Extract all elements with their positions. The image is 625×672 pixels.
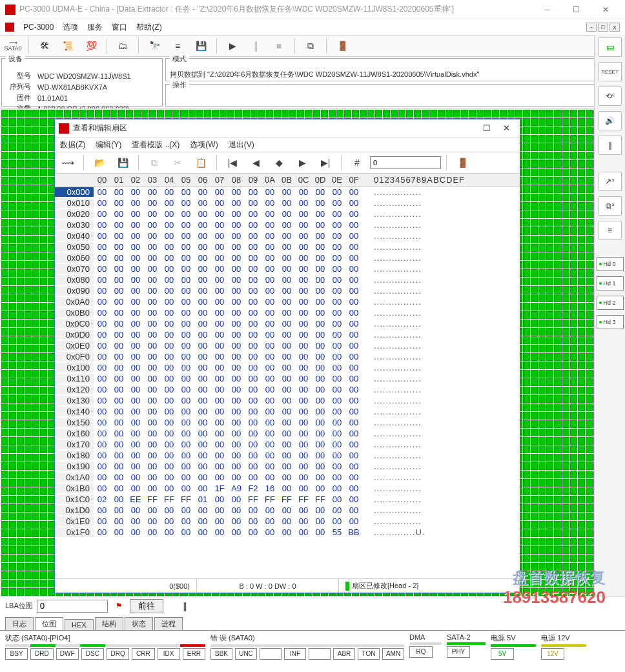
sound-icon[interactable]: 🔊 (599, 111, 622, 130)
tab-process[interactable]: 进程 (154, 617, 183, 630)
tab-status[interactable]: 状态 (125, 617, 153, 630)
hex-menu-data[interactable]: 数据(Z) (60, 139, 85, 150)
hex-row[interactable]: 0x00000000000000000000000000000000000...… (55, 187, 520, 198)
align-icon[interactable]: ≡ (599, 221, 622, 240)
stack-icon[interactable]: ⧉ˣ (599, 196, 622, 216)
hex-row[interactable]: 0x1A000000000000000000000000000000000...… (55, 472, 520, 483)
sata-button[interactable]: ⟿SATA0 (3, 37, 23, 55)
hex-row[interactable]: 0x1D000000000000000000000000000000000...… (55, 505, 520, 516)
hex-menu-viewtpl[interactable]: 查看模版 ..(X) (132, 139, 179, 150)
hex-prev-icon[interactable]: ◀ (245, 154, 266, 172)
hex-row[interactable]: 0x1C00200EEFFFFFF010000FFFFFFFFFF0000...… (55, 494, 520, 505)
play-icon[interactable]: ▶ (222, 37, 243, 55)
hex-row[interactable]: 0x19000000000000000000000000000000000...… (55, 461, 520, 472)
hex-row[interactable]: 0x0D000000000000000000000000000000000...… (55, 329, 520, 340)
hex-row[interactable]: 0x14000000000000000000000000000000000...… (55, 406, 520, 417)
maximize-button[interactable]: ☐ (562, 1, 591, 19)
hex-row[interactable]: 0x10000000000000000000000000000000000...… (55, 362, 520, 373)
hex-row[interactable]: 0x01000000000000000000000000000000000...… (55, 198, 520, 209)
lba-pause-icon[interactable]: ‖ (175, 597, 196, 615)
hex-row[interactable]: 0x03000000000000000000000000000000000...… (55, 219, 520, 230)
hex-open-icon[interactable]: 📂 (89, 154, 110, 172)
head-3[interactable]: Hd 3 (597, 315, 624, 329)
head-2[interactable]: Hd 2 (597, 296, 624, 310)
hex-menu-edit[interactable]: 编辑(Y) (96, 139, 121, 150)
hex-next-icon[interactable]: ▶ (292, 154, 312, 172)
hex-row[interactable]: 0x13000000000000000000000000000000000...… (55, 395, 520, 406)
explorer-icon[interactable]: 🗂 (112, 37, 133, 55)
filter-icon[interactable]: ≡ (167, 37, 188, 55)
hex-sata-icon[interactable]: ⟿ (57, 154, 78, 172)
hex-paste-icon[interactable]: 📋 (190, 154, 211, 172)
minimize-button[interactable]: ─ (533, 1, 562, 19)
hex-copy-icon[interactable]: ⧉ (144, 154, 165, 172)
tab-log[interactable]: 日志 (5, 617, 34, 630)
menu-help[interactable]: 帮助(Z) (136, 22, 161, 33)
disk-tool-icon[interactable]: 🖴 (599, 37, 622, 57)
hex-cut-icon[interactable]: ✂ (167, 154, 188, 172)
hex-row[interactable]: 0x11000000000000000000000000000000000...… (55, 373, 520, 384)
hex-row[interactable]: 0x0C000000000000000000000000000000000...… (55, 318, 520, 329)
go-button[interactable]: 前往 (130, 599, 163, 613)
lba-input[interactable] (37, 600, 108, 613)
hex-mark-icon[interactable]: ◆ (269, 154, 289, 172)
menu-pc3000[interactable]: PC-3000 (23, 23, 54, 32)
reg-c-icon[interactable]: ⟲ᶜ (599, 87, 622, 106)
dialog-close[interactable]: ✕ (497, 123, 516, 133)
hex-row[interactable]: 0x04000000000000000000000000000000000...… (55, 230, 520, 241)
hex-row[interactable]: 0x07000000000000000000000000000000000...… (55, 263, 520, 274)
hex-row[interactable]: 0x09000000000000000000000000000000000...… (55, 285, 520, 296)
mdi-close[interactable]: x (610, 23, 620, 32)
hex-row[interactable]: 0x0F000000000000000000000000000000000...… (55, 351, 520, 362)
hex-row[interactable]: 0x02000000000000000000000000000000000...… (55, 209, 520, 219)
hex-menu-options[interactable]: 选项(W) (190, 139, 218, 150)
hex-row[interactable]: 0x0E000000000000000000000000000000000...… (55, 340, 520, 351)
hex-content[interactable]: 000102030405060708090A0B0C0D0E0F 0123456… (55, 174, 520, 578)
menu-options[interactable]: 选项 (63, 22, 78, 33)
script-icon[interactable]: 📜 (57, 37, 78, 55)
pause-icon[interactable]: ‖ (245, 37, 266, 55)
menu-window[interactable]: 窗口 (112, 22, 127, 33)
pause2-icon[interactable]: ‖ (599, 136, 622, 155)
hex-row[interactable]: 0x0B000000000000000000000000000000000...… (55, 307, 520, 318)
hex-exit-icon[interactable]: 🚪 (452, 154, 473, 172)
percent-icon[interactable]: 💯 (81, 37, 101, 55)
hex-row[interactable]: 0x1E000000000000000000000000000000000...… (55, 516, 520, 527)
hex-row[interactable]: 0x1B0000000000000001FA9F2160000000000...… (55, 483, 520, 494)
hex-row[interactable]: 0x06000000000000000000000000000000000...… (55, 252, 520, 263)
hex-row[interactable]: 0x15000000000000000000000000000000000...… (55, 417, 520, 428)
hex-goto-input[interactable] (370, 156, 441, 169)
hex-row[interactable]: 0x05000000000000000000000000000000000...… (55, 241, 520, 252)
tab-struct[interactable]: 结构 (95, 617, 123, 630)
reset-icon[interactable]: RESET (599, 62, 622, 81)
hex-save-icon[interactable]: 💾 (112, 154, 133, 172)
hex-first-icon[interactable]: |◀ (222, 154, 243, 172)
search-icon[interactable]: 🔭 (144, 37, 165, 55)
tools-icon[interactable]: 🛠 (34, 37, 55, 55)
stop-icon[interactable]: ■ (269, 37, 289, 55)
hex-row[interactable]: 0x18000000000000000000000000000000000...… (55, 450, 520, 461)
mdi-minimize[interactable]: - (586, 23, 597, 32)
hex-grid-icon[interactable]: # (347, 154, 367, 172)
head-0[interactable]: Hd 0 (597, 257, 624, 271)
copy-icon[interactable]: ⧉ (300, 37, 321, 55)
hex-row[interactable]: 0x08000000000000000000000000000000000...… (55, 274, 520, 285)
exit-icon[interactable]: 🚪 (332, 37, 353, 55)
reg-x-icon[interactable]: ↗ˣ (599, 172, 622, 191)
close-button[interactable]: ✕ (591, 1, 620, 19)
menu-services[interactable]: 服务 (87, 22, 103, 33)
hex-menu-exit[interactable]: 退出(V) (229, 139, 254, 150)
head-1[interactable]: Hd 1 (597, 276, 624, 290)
tab-bitmap[interactable]: 位图 (35, 617, 63, 630)
hex-row[interactable]: 0x0A000000000000000000000000000000000...… (55, 296, 520, 307)
hex-row[interactable]: 0x1F0000000000000000000000000000055BB...… (55, 527, 520, 538)
hex-row[interactable]: 0x12000000000000000000000000000000000...… (55, 384, 520, 395)
dialog-maximize[interactable]: ☐ (477, 123, 497, 133)
hex-row[interactable]: 0x16000000000000000000000000000000000...… (55, 428, 520, 439)
tab-hex[interactable]: HEX (65, 619, 94, 630)
hex-last-icon[interactable]: ▶| (315, 154, 336, 172)
disk-icon[interactable]: 💾 (190, 37, 211, 55)
mdi-restore[interactable]: □ (598, 23, 608, 32)
hex-row[interactable]: 0x17000000000000000000000000000000000...… (55, 439, 520, 450)
lba-flag-icon[interactable]: ⚑ (112, 602, 126, 610)
